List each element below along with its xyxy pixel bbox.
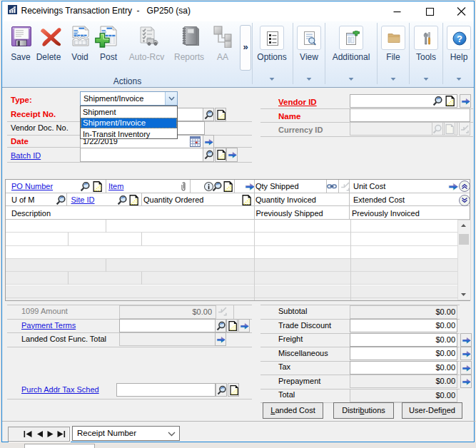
svg-text:?: ? bbox=[457, 34, 462, 44]
